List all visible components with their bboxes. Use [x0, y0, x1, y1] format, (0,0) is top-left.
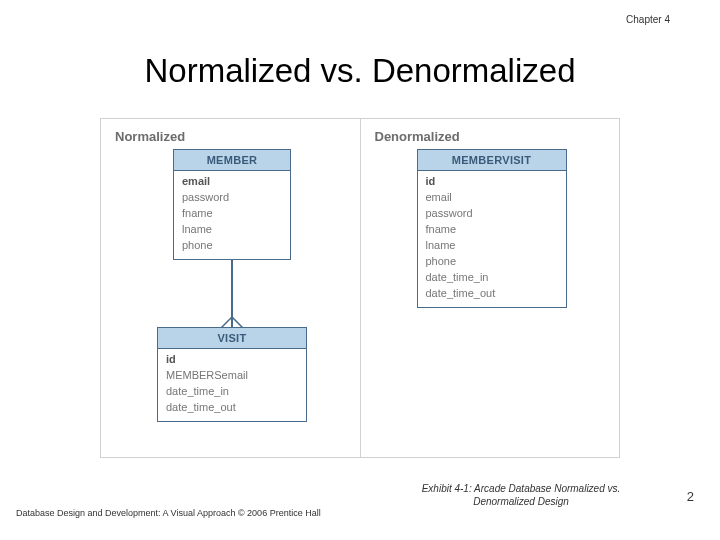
- table-member-header: MEMBER: [174, 150, 290, 171]
- field-member-fname: fname: [182, 206, 282, 222]
- page-number: 2: [687, 489, 694, 504]
- field-mv-dateout: date_time_out: [426, 286, 558, 302]
- footer-credit: Database Design and Development: A Visua…: [16, 508, 321, 518]
- field-mv-id: id: [426, 174, 558, 190]
- relation-line: [231, 260, 233, 327]
- table-membervisit-header: MEMBERVISIT: [418, 150, 566, 171]
- field-visit-id: id: [166, 352, 298, 368]
- field-mv-lname: lname: [426, 238, 558, 254]
- panel-normalized-label: Normalized: [101, 129, 360, 150]
- panel-denormalized-label: Denormalized: [361, 129, 620, 150]
- table-member: MEMBER email password fname lname phone: [173, 149, 291, 260]
- diagram-container: Normalized MEMBER email password fname l…: [100, 118, 620, 458]
- field-mv-email: email: [426, 190, 558, 206]
- field-mv-datein: date_time_in: [426, 270, 558, 286]
- field-member-email: email: [182, 174, 282, 190]
- exhibit-caption: Exhibit 4-1: Arcade Database Normalized …: [396, 482, 646, 508]
- table-membervisit-body: id email password fname lname phone date…: [418, 171, 566, 307]
- table-visit-body: id MEMBERSemail date_time_in date_time_o…: [158, 349, 306, 421]
- chapter-label: Chapter 4: [626, 14, 670, 25]
- field-mv-password: password: [426, 206, 558, 222]
- table-member-body: email password fname lname phone: [174, 171, 290, 259]
- table-visit: VISIT id MEMBERSemail date_time_in date_…: [157, 327, 307, 422]
- field-visit-membersemail: MEMBERSemail: [166, 368, 298, 384]
- table-visit-header: VISIT: [158, 328, 306, 349]
- field-member-lname: lname: [182, 222, 282, 238]
- panel-normalized: Normalized MEMBER email password fname l…: [101, 119, 361, 457]
- field-member-password: password: [182, 190, 282, 206]
- field-visit-datein: date_time_in: [166, 384, 298, 400]
- field-mv-phone: phone: [426, 254, 558, 270]
- field-mv-fname: fname: [426, 222, 558, 238]
- page-title: Normalized vs. Denormalized: [0, 52, 720, 90]
- field-visit-dateout: date_time_out: [166, 400, 298, 416]
- table-membervisit: MEMBERVISIT id email password fname lnam…: [417, 149, 567, 308]
- field-member-phone: phone: [182, 238, 282, 254]
- panel-denormalized: Denormalized MEMBERVISIT id email passwo…: [361, 119, 620, 457]
